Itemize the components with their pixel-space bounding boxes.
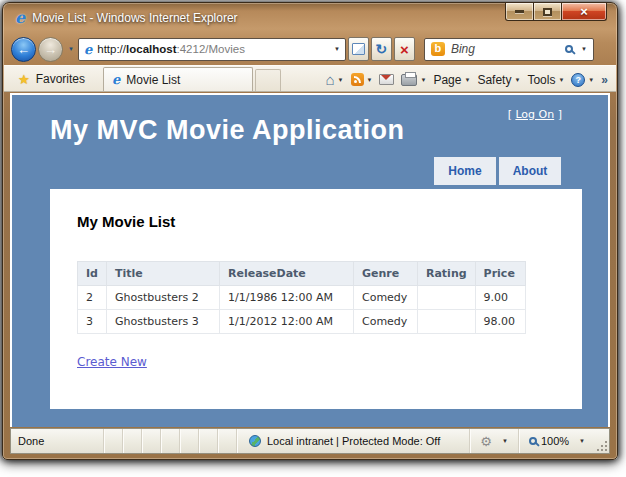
cell-id: 3 xyxy=(78,310,107,334)
star-icon: ★ xyxy=(18,73,30,86)
safety-menu-dropdown-icon: ▼ xyxy=(514,77,520,83)
compatibility-view-icon xyxy=(352,43,365,55)
compatibility-view-button[interactable] xyxy=(348,37,369,61)
address-dropdown[interactable]: ▼ xyxy=(334,46,340,52)
help-dropdown-icon: ▼ xyxy=(588,77,594,83)
address-bar[interactable]: e http://localhost:4212/Movies ▼ xyxy=(78,38,346,61)
help-menu[interactable]: ? ▼ xyxy=(571,73,594,87)
status-segment xyxy=(103,429,122,453)
favorites-button[interactable]: ★ Favorites xyxy=(12,72,95,91)
bing-icon: b xyxy=(431,42,445,56)
zoom-magnifier-icon xyxy=(529,437,537,445)
logon-link[interactable]: Log On xyxy=(515,108,554,121)
column-header-id: Id xyxy=(78,262,107,286)
logon-area: [ Log On ] xyxy=(508,108,562,121)
favorites-label: Favorites xyxy=(36,72,85,86)
search-box[interactable]: b Bing ▼ xyxy=(424,38,594,61)
maximize-icon xyxy=(543,8,552,16)
protected-mode-control[interactable]: ⚙ ▼ xyxy=(469,429,518,453)
cell-title: Ghostbusters 2 xyxy=(106,286,219,310)
column-header-price: Price xyxy=(475,262,525,286)
globe-icon xyxy=(249,435,261,447)
status-bar: Done Local intranet | Protected Mode: Of… xyxy=(10,428,610,454)
column-header-releasedate: ReleaseDate xyxy=(219,262,353,286)
feeds-button[interactable]: ▼ xyxy=(351,73,373,86)
status-segment xyxy=(198,429,217,453)
home-dropdown[interactable]: ▼ xyxy=(338,77,344,83)
page-menu-dropdown-icon: ▼ xyxy=(464,77,470,83)
zone-text: Local intranet | Protected Mode: Off xyxy=(267,435,440,447)
cell-rating xyxy=(417,310,475,334)
cell-releasedate: 1/1/1986 12:00 AM xyxy=(219,286,353,310)
create-new-link[interactable]: Create New xyxy=(77,355,147,369)
page-heading: My Movie List xyxy=(77,213,555,230)
menu-item-home[interactable]: Home xyxy=(434,157,496,185)
search-dropdown[interactable]: ▼ xyxy=(581,46,587,52)
logon-bracket-open: [ xyxy=(508,108,512,121)
resize-grip[interactable] xyxy=(595,439,607,451)
read-mail-button[interactable] xyxy=(379,74,394,85)
column-header-title: Title xyxy=(106,262,219,286)
page-menu[interactable]: Page ▼ xyxy=(433,73,470,87)
cell-price: 9.00 xyxy=(475,286,525,310)
print-dropdown[interactable]: ▼ xyxy=(420,77,426,83)
toolbar-overflow-button[interactable]: » xyxy=(601,73,608,87)
column-header-genre: Genre xyxy=(353,262,417,286)
browser-window: e Movie List - Windows Internet Explorer… xyxy=(2,2,618,460)
window-title: Movie List - Windows Internet Explorer xyxy=(32,11,237,25)
tab-favicon: e xyxy=(112,73,120,86)
stop-icon: × xyxy=(400,42,409,57)
print-button[interactable]: ▼ xyxy=(401,74,426,86)
ie-icon: e xyxy=(15,10,25,26)
home-button[interactable]: ⌂ ▼ xyxy=(326,72,344,87)
back-button[interactable]: ← xyxy=(11,37,36,62)
rss-icon xyxy=(351,73,364,86)
url-host: localhost xyxy=(126,43,176,55)
page-icon: e xyxy=(84,43,92,56)
status-segment xyxy=(160,429,179,453)
zoom-control[interactable]: 100% ▼ xyxy=(518,429,595,453)
forward-button[interactable]: → xyxy=(38,37,63,62)
search-placeholder: Bing xyxy=(451,42,475,56)
close-icon: × xyxy=(580,5,588,18)
menu-item-about[interactable]: About xyxy=(499,157,561,185)
status-segment xyxy=(179,429,198,453)
logon-bracket-close: ] xyxy=(558,108,562,121)
status-segment xyxy=(217,429,236,453)
tools-menu-label: Tools xyxy=(527,73,555,87)
site-menu: Home About xyxy=(434,157,561,185)
maximize-button[interactable] xyxy=(534,3,562,21)
browser-viewport: [ Log On ] My MVC Movie Application Home… xyxy=(10,93,610,427)
url-text: http://localhost:4212/Movies xyxy=(97,43,245,55)
tab-movie-list[interactable]: e Movie List xyxy=(103,67,253,91)
tab-title: Movie List xyxy=(126,73,180,87)
security-zone: Local intranet | Protected Mode: Off xyxy=(236,429,452,453)
tools-menu[interactable]: Tools ▼ xyxy=(527,73,564,87)
safety-menu[interactable]: Safety ▼ xyxy=(477,73,520,87)
cell-price: 98.00 xyxy=(475,310,525,334)
recent-pages-dropdown[interactable]: ▼ xyxy=(68,46,74,52)
status-segment xyxy=(141,429,160,453)
command-bar: ⌂ ▼ ▼ ▼ Page ▼ Safety ▼ Tools ▼ xyxy=(326,72,609,91)
cell-genre: Comedy xyxy=(353,310,417,334)
table-header-row: Id Title ReleaseDate Genre Rating Price xyxy=(78,262,526,286)
web-page: [ Log On ] My MVC Movie Application Home… xyxy=(12,95,608,427)
url-protocol: http:// xyxy=(97,43,126,55)
search-magnifier-icon[interactable] xyxy=(565,45,573,53)
cell-id: 2 xyxy=(78,286,107,310)
stop-button[interactable]: × xyxy=(394,37,415,61)
close-button[interactable]: × xyxy=(562,3,607,21)
protected-mode-dropdown-icon: ▼ xyxy=(502,438,508,444)
table-row: 3 Ghostbusters 3 1/1/2012 12:00 AM Comed… xyxy=(78,310,526,334)
minimize-icon xyxy=(515,10,524,13)
back-arrow-icon: ← xyxy=(17,43,30,56)
new-tab-button[interactable] xyxy=(255,69,281,91)
refresh-button[interactable]: ↻ xyxy=(371,37,392,61)
minimize-button[interactable] xyxy=(505,3,534,21)
tools-menu-dropdown-icon: ▼ xyxy=(558,77,564,83)
forward-arrow-icon: → xyxy=(44,43,57,56)
feeds-dropdown[interactable]: ▼ xyxy=(367,77,373,83)
refresh-icon: ↻ xyxy=(376,42,388,56)
movie-table: Id Title ReleaseDate Genre Rating Price … xyxy=(77,261,526,334)
cell-title: Ghostbusters 3 xyxy=(106,310,219,334)
